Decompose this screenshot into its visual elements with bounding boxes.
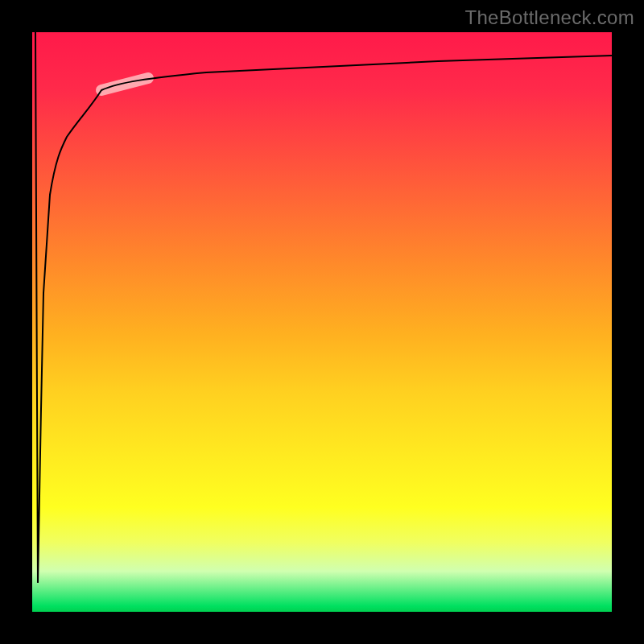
curve-layer [32, 32, 612, 612]
bottleneck-curve [35, 32, 612, 583]
watermark-label: TheBottleneck.com [464, 6, 634, 29]
frame-left [0, 0, 32, 644]
chart-container: TheBottleneck.com [0, 0, 644, 644]
frame-bottom [0, 612, 644, 644]
plot-area [32, 32, 612, 612]
frame-right [612, 0, 644, 644]
